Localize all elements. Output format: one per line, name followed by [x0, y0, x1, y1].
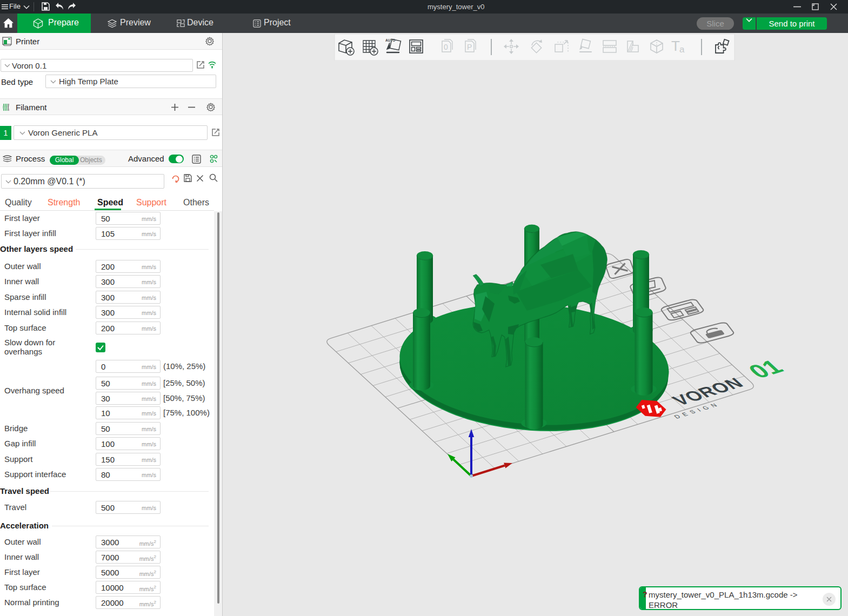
svg-text:T: T [671, 38, 680, 54]
svg-text:01: 01 [743, 356, 789, 382]
svg-text:P: P [467, 43, 472, 51]
svg-text:0: 0 [444, 43, 448, 51]
svg-text:VORON: VORON [668, 374, 748, 408]
svg-text:AUTO: AUTO [385, 38, 395, 42]
svg-text:a: a [679, 44, 685, 55]
